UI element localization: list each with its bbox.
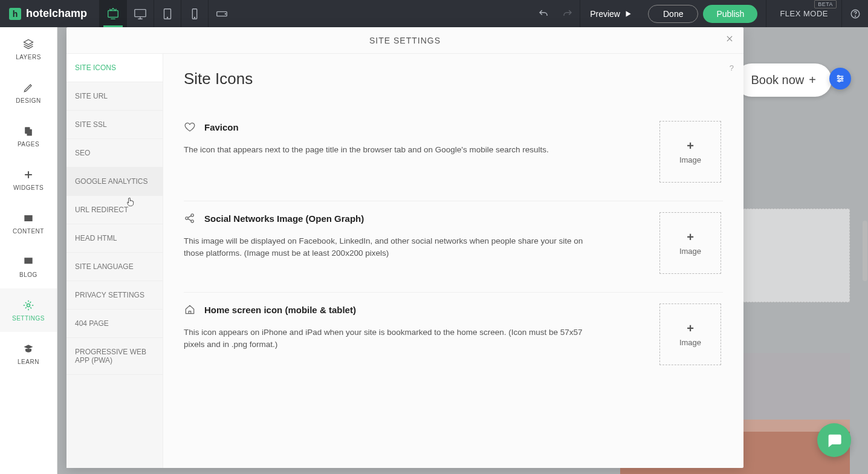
flex-mode-button[interactable]: BETA FLEX MODE	[766, 0, 841, 27]
redo-icon[interactable]	[555, 0, 580, 27]
svg-point-5	[194, 17, 195, 18]
flex-mode-label: FLEX MODE	[780, 9, 828, 18]
svg-point-7	[225, 13, 225, 14]
brand[interactable]: h hotelchamp	[0, 0, 99, 27]
preview-label: Preview	[590, 9, 620, 19]
device-switcher	[99, 0, 235, 27]
device-mobile-icon[interactable]	[181, 0, 208, 27]
topbar-right: Preview Done Publish BETA FLEX MODE	[531, 0, 868, 27]
preview-button[interactable]: Preview	[580, 0, 642, 27]
topbar: h hotelchamp Preview Done Publish	[0, 0, 868, 27]
beta-badge: BETA	[814, 0, 837, 8]
device-desktop-icon[interactable]	[126, 0, 154, 27]
brand-logo-icon: h	[9, 8, 21, 20]
brand-name: hotelchamp	[26, 7, 87, 20]
publish-button[interactable]: Publish	[703, 5, 757, 23]
svg-rect-1	[135, 9, 146, 16]
device-desktop-crown-icon[interactable]	[99, 0, 126, 27]
svg-point-3	[167, 17, 167, 18]
svg-point-9	[855, 16, 855, 16]
undo-icon[interactable]	[531, 0, 555, 27]
device-tablet-icon[interactable]	[154, 0, 181, 27]
device-mobile-landscape-icon[interactable]	[208, 0, 235, 27]
svg-rect-0	[108, 10, 118, 17]
help-icon[interactable]	[841, 0, 868, 27]
done-button[interactable]: Done	[648, 5, 698, 23]
